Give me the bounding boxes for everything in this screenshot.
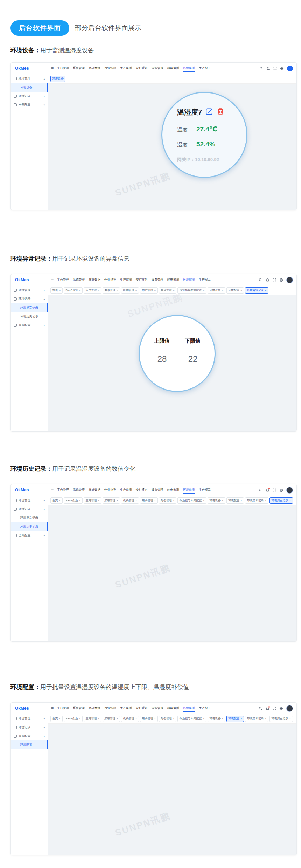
close-tab-icon[interactable]: × [265, 717, 267, 720]
sidebar-item[interactable]: 环境管理 ▴ [11, 74, 48, 83]
top-nav-item[interactable]: 系统管理 [73, 63, 85, 74]
fullscreen-icon[interactable] [273, 278, 276, 282]
avatar[interactable] [286, 277, 293, 283]
view-tab[interactable]: 角色管理× [159, 716, 177, 722]
close-tab-icon[interactable]: × [265, 499, 267, 502]
sidebar-item[interactable]: 环境记录 ▾ [11, 723, 48, 732]
close-tab-icon[interactable]: × [265, 289, 267, 292]
view-tab[interactable]: 首页× [50, 716, 63, 722]
view-tab[interactable]: 环境异常记录× [245, 716, 268, 722]
fullscreen-icon[interactable] [273, 707, 276, 710]
view-tab[interactable]: 用户管理× [140, 287, 158, 294]
top-nav-item[interactable]: 基础数据 [89, 275, 100, 285]
close-tab-icon[interactable]: × [79, 717, 81, 720]
close-tab-icon[interactable]: × [203, 499, 205, 502]
top-nav-item[interactable]: 安灯呼叫 [136, 63, 148, 74]
top-nav-item[interactable]: 基础数据 [89, 703, 100, 714]
top-nav-item[interactable]: 平台管理 [57, 485, 69, 495]
sidebar-item[interactable]: 环境管理 ▾ [11, 286, 48, 295]
sidebar-item[interactable]: 环境配置 [11, 740, 48, 749]
search-icon[interactable] [259, 278, 262, 282]
globe-icon[interactable] [280, 67, 284, 70]
close-tab-icon[interactable]: × [135, 289, 137, 292]
top-nav-item[interactable]: 安灯呼叫 [136, 703, 148, 714]
sidebar-item[interactable]: 环境管理 ▾ [11, 496, 48, 505]
view-tab[interactable]: 环境配置× [226, 716, 244, 722]
view-tab[interactable]: 环境异常记录× [245, 287, 268, 294]
close-tab-icon[interactable]: × [289, 499, 291, 502]
view-tab[interactable]: 用户管理× [140, 497, 158, 504]
view-tab[interactable]: 屏幕管理× [103, 716, 120, 722]
view-tab[interactable]: 用户管理× [140, 716, 158, 722]
bell-icon[interactable] [266, 488, 270, 492]
close-tab-icon[interactable]: × [240, 499, 242, 502]
sidebar-item[interactable]: 环境设备 [11, 83, 48, 92]
collapse-menu-icon[interactable]: ≡ [51, 277, 54, 282]
close-tab-icon[interactable]: × [117, 499, 118, 502]
avatar[interactable] [286, 705, 293, 712]
top-nav-item[interactable]: 静电监测 [167, 703, 179, 714]
close-tab-icon[interactable]: × [98, 499, 99, 502]
close-tab-icon[interactable]: × [173, 499, 175, 502]
top-nav-item[interactable]: 生产监测 [120, 485, 132, 495]
bell-icon[interactable] [266, 67, 270, 70]
top-nav-item[interactable]: 作业指导 [104, 703, 116, 714]
close-tab-icon[interactable]: × [222, 499, 223, 502]
view-tab[interactable]: SaaS企业× [64, 287, 83, 294]
top-nav-item[interactable]: 系统管理 [73, 485, 85, 495]
view-tab[interactable]: 作业指导布局配置× [177, 716, 206, 722]
sidebar-item[interactable]: 全局配置 ▴ [11, 732, 48, 740]
globe-icon[interactable] [279, 488, 283, 492]
view-tab[interactable]: 机构管理× [121, 716, 139, 722]
bell-icon[interactable] [266, 278, 270, 282]
top-nav-item[interactable]: 平台管理 [57, 63, 69, 74]
close-tab-icon[interactable]: × [154, 499, 156, 502]
view-tab[interactable]: 屏幕管理× [103, 497, 120, 504]
view-tab[interactable]: 首页× [50, 497, 63, 504]
view-tab[interactable]: SaaS企业× [64, 716, 83, 722]
sidebar-item[interactable]: 环境管理 ▾ [11, 714, 48, 723]
top-nav-item[interactable]: 环境监测 [183, 485, 195, 495]
top-nav-item[interactable]: 静电监测 [167, 485, 179, 495]
sidebar-item[interactable]: 环境记录 ▴ [11, 505, 48, 514]
top-nav-item[interactable]: 生产报工 [199, 703, 211, 714]
top-nav-item[interactable]: 静电监测 [167, 275, 179, 285]
delete-icon[interactable] [217, 108, 224, 117]
top-nav-item[interactable]: 生产监测 [120, 703, 132, 714]
view-tab[interactable]: 环境配置× [226, 497, 244, 504]
top-nav-item[interactable]: 静电监测 [167, 63, 179, 74]
tab-env-devices[interactable]: 环境设备 [50, 76, 65, 82]
top-nav-item[interactable]: 生产报工 [199, 485, 211, 495]
view-tab[interactable]: 机构管理× [121, 497, 139, 504]
top-nav-item[interactable]: 基础数据 [89, 485, 100, 495]
close-tab-icon[interactable]: × [222, 717, 223, 720]
close-tab-icon[interactable]: × [154, 289, 156, 292]
top-nav-item[interactable]: 作业指导 [104, 63, 116, 74]
top-nav-item[interactable]: 平台管理 [57, 275, 69, 285]
search-icon[interactable] [259, 488, 262, 492]
search-icon[interactable] [259, 707, 262, 710]
top-nav-item[interactable]: 设备管理 [152, 485, 163, 495]
collapse-menu-icon[interactable]: ≡ [51, 706, 54, 711]
top-nav-item[interactable]: 设备管理 [152, 275, 163, 285]
fullscreen-icon[interactable] [273, 67, 277, 70]
sidebar-item[interactable]: 全局配置 ▾ [11, 101, 48, 109]
view-tab[interactable]: SaaS企业× [64, 497, 83, 504]
top-nav-item[interactable]: 设备管理 [152, 63, 163, 74]
close-tab-icon[interactable]: × [289, 717, 291, 720]
top-nav-item[interactable]: 安灯呼叫 [136, 485, 148, 495]
close-tab-icon[interactable]: × [240, 289, 242, 292]
bell-icon[interactable] [266, 707, 270, 710]
view-tab[interactable]: 环境历史记录× [270, 497, 293, 504]
avatar[interactable] [286, 487, 293, 494]
close-tab-icon[interactable]: × [203, 717, 205, 720]
close-tab-icon[interactable]: × [59, 499, 61, 502]
close-tab-icon[interactable]: × [117, 717, 118, 720]
sidebar-item[interactable]: 环境记录 ▾ [11, 92, 48, 101]
close-tab-icon[interactable]: × [173, 289, 175, 292]
fullscreen-icon[interactable] [273, 488, 276, 492]
collapse-menu-icon[interactable]: ≡ [51, 66, 54, 71]
top-nav-item[interactable]: 环境监测 [183, 703, 195, 714]
top-nav-item[interactable]: 平台管理 [57, 703, 69, 714]
edit-icon[interactable] [205, 108, 213, 117]
